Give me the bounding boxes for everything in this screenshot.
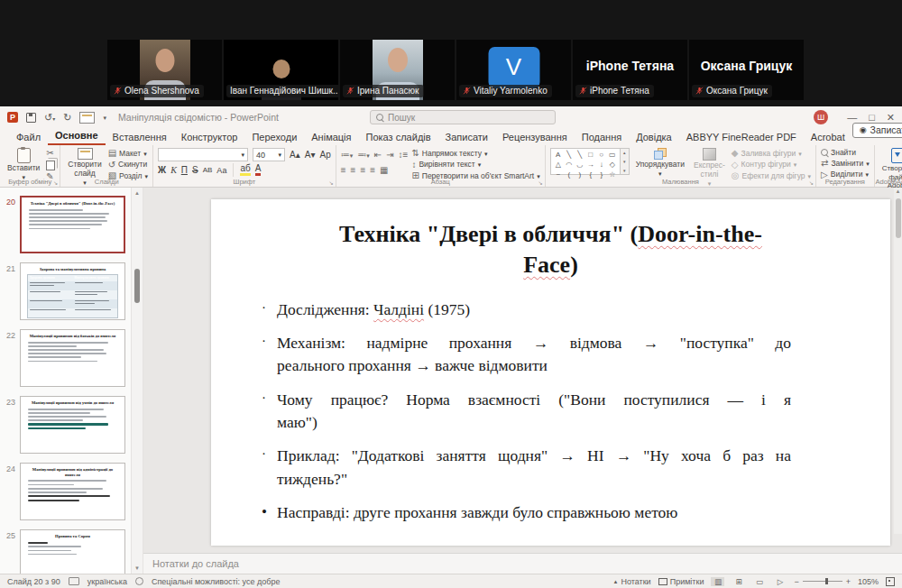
decrease-indent-icon[interactable]: ⇤ [374,151,382,160]
editor-scrollbar[interactable]: ▲ [894,188,902,534]
font-size-select[interactable]: 40▾ [253,148,285,161]
bold-button[interactable]: Ж [158,165,166,175]
tab-acrobat[interactable]: Acrobat [804,131,852,145]
tab-help[interactable]: Довідка [629,131,679,145]
slideshow-view-button[interactable]: ▷ [773,577,787,586]
participant-tile-oksana[interactable]: Оксана Грицук Оксана Грицук [689,40,804,100]
participant-tile-ivan-active-speaker[interactable]: Іван Геннадійович Шишк... [224,40,338,100]
save-icon[interactable] [26,113,36,123]
text-highlight-button[interactable]: аб [240,164,250,176]
reading-view-button[interactable]: ▭ [752,577,766,586]
line-spacing-icon[interactable]: ↕≡ [399,151,409,160]
slideshow-quick-icon[interactable] [79,112,95,124]
change-case-button[interactable]: Аа [216,166,226,175]
scroll-up-icon[interactable]: ▲ [894,188,902,194]
tab-file[interactable]: Файл [9,131,48,145]
zoom-level[interactable]: 105% [858,577,879,586]
search-input[interactable]: Пошук [370,110,556,124]
shrink-font-icon[interactable]: А▾ [305,150,316,160]
zoom-slider[interactable] [803,581,842,582]
quick-access-overflow-icon[interactable]: ▾ [103,115,106,121]
undo-icon[interactable]: ↺▾ [44,113,55,123]
record-button[interactable]: ◉ Записати [852,123,902,138]
collapse-ribbon-icon[interactable]: ∧ [892,177,897,185]
slide-thumbnail-21[interactable]: Здорова та маніпулятивна провина Здорова… [20,262,125,320]
shape-fill-button[interactable]: ◆Заливка фігури▾ [732,149,811,158]
participant-tile-vitaliy[interactable]: V Vitaliy Yarmolenko [456,40,571,100]
dialog-launcher-icon[interactable]: ↘ [538,179,543,186]
tab-view[interactable]: Подання [575,131,629,145]
scrollbar-thumb[interactable] [134,269,140,303]
shape-outline-button[interactable]: ◇Контур фігури▾ [732,161,811,170]
scroll-down-icon[interactable]: ▼ [132,565,143,571]
slide-title[interactable]: Техніка "Двері в обличчя" (Door-in-the- … [211,219,890,280]
normal-view-button[interactable]: ▥ [711,577,724,586]
align-text-button[interactable]: ↕Вирівняти текст▾ [411,161,539,170]
tab-home[interactable]: Основне [48,129,106,145]
slide-sorter-view-button[interactable]: ⊞ [732,577,745,586]
dialog-launcher-icon[interactable]: ↘ [53,179,58,186]
slide-thumbnail-22[interactable]: Маніпуляції провиною від батьків до вчит… [20,329,125,387]
replace-button[interactable]: ⇄Замінити▾ [821,159,870,168]
reset-button[interactable]: ↺Скинути [108,161,148,170]
zoom-out-icon[interactable]: − [794,577,798,586]
presenter-display-icon[interactable] [69,577,79,585]
slide-thumbnail-23[interactable]: Маніпуляції провиною від учнів до вчител… [20,396,125,454]
notes-panel[interactable]: Нотатки до слайда [143,553,902,574]
grow-font-icon[interactable]: А▴ [290,150,300,160]
tab-slideshow[interactable]: Показ слайдів [359,131,438,145]
align-center-icon[interactable]: ≡ [351,166,356,175]
arrange-button[interactable]: Упорядкувати ▾ [633,148,687,178]
italic-button[interactable]: К [170,165,177,175]
font-name-select[interactable]: ▾ [158,148,248,161]
slide-canvas[interactable]: Техніка "Двері в обличчя" (Door-in-the- … [211,199,890,546]
zoom-slider-thumb[interactable] [825,578,828,584]
slide-position[interactable]: Слайд 20 з 90 [7,577,60,586]
tab-design[interactable]: Конструктор [174,131,245,145]
align-left-icon[interactable]: ≡ [341,166,346,175]
notes-toggle[interactable]: ▲Нотатки [612,577,650,586]
thumbnail-panel-scrollbar[interactable]: ▲ ▼ [131,188,143,574]
paste-button[interactable]: Вставити ▾ [5,148,42,181]
slide-thumbnail-25[interactable]: Провина та Сором [20,529,125,574]
dialog-launcher-icon[interactable]: ↘ [329,179,334,186]
character-spacing-button[interactable]: АВ [203,166,213,174]
clear-formatting-icon[interactable]: Ар [319,150,330,160]
slide-body-text[interactable]: · Дослідження: Чалдіні (1975) · Механізм… [211,299,890,525]
tab-animations[interactable]: Анімація [304,131,358,145]
columns-icon[interactable]: ▦ [380,166,388,175]
fit-slide-icon[interactable] [886,577,895,586]
copy-icon[interactable] [46,161,55,170]
participant-tile-iryna[interactable]: Ірина Панасюк [340,40,455,100]
comments-toggle[interactable]: Примітки [658,577,704,586]
accessibility-status[interactable]: Спеціальні можливості: усе добре [152,577,280,586]
participant-tile-iphone-tetyana[interactable]: iPhone Тетяна iPhone Тетяна [573,40,687,100]
participant-tile-olena[interactable]: Olena Shershnova [107,40,222,100]
justify-icon[interactable]: ≡ [370,166,375,175]
strikethrough-button[interactable]: S [192,165,198,175]
numbering-icon[interactable]: ≕▾ [357,151,370,160]
underline-button[interactable]: П [181,165,188,175]
text-direction-button[interactable]: ⇅Напрямок тексту▾ [411,149,539,158]
layout-button[interactable]: ▤Макет▾ [108,149,148,158]
increase-indent-icon[interactable]: ⇥ [386,151,393,160]
account-avatar[interactable]: Ш [814,110,828,124]
slide-thumbnail-20-selected[interactable]: Техніка "Двері в обличчя" (Door-in-the-F… [20,196,125,253]
tab-transitions[interactable]: Переходи [244,131,304,145]
tab-insert[interactable]: Вставлення [106,131,174,145]
zoom-in-icon[interactable]: + [846,577,851,586]
language-indicator[interactable]: українська [87,577,127,586]
shapes-gallery[interactable]: A╲╲□○▭ △◠◡→↓◇ ~(){}☆ [550,148,621,175]
redo-icon[interactable]: ↻ [63,113,71,123]
cut-icon[interactable]: ✂ [46,149,55,158]
find-button[interactable]: Знайти [821,149,870,157]
bullets-icon[interactable]: ≔▾ [341,151,354,160]
align-right-icon[interactable]: ≡ [360,166,365,175]
scroll-up-icon[interactable]: ▲ [132,190,143,196]
slide-thumbnail-24[interactable]: Маніпуляції провиною від адміністрації д… [20,463,125,520]
tab-abbyy[interactable]: ABBYY FineReader PDF [679,131,804,145]
font-color-button[interactable]: А [255,164,262,176]
scrollbar-thumb[interactable] [896,198,901,238]
dialog-launcher-icon[interactable]: ↘ [809,179,814,186]
shapes-gallery-scroll[interactable]: ▴▾▾ [621,148,630,175]
